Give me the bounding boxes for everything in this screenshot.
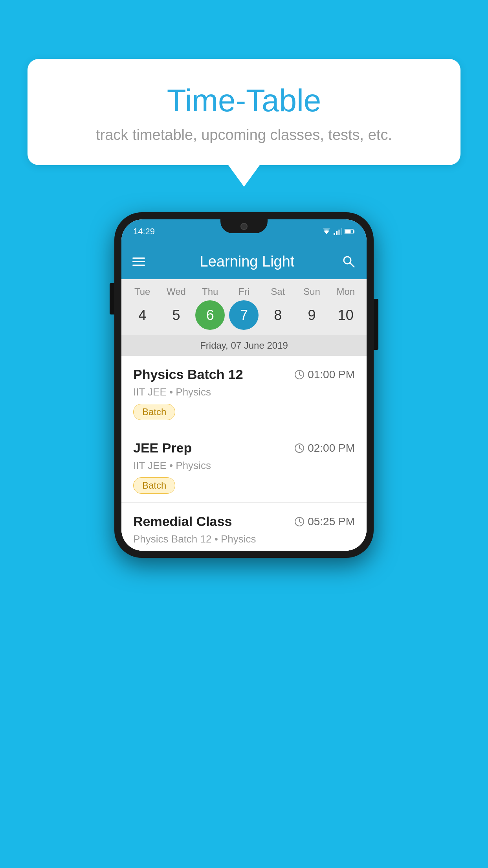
day-label-fri: Fri xyxy=(229,286,259,297)
status-bar: 14:29 xyxy=(121,219,367,244)
clock-icon-2 xyxy=(294,443,305,453)
svg-line-11 xyxy=(350,263,354,267)
schedule-item-1[interactable]: Physics Batch 12 01:00 PM IIT JEE • Phys… xyxy=(121,356,367,429)
phone-wrapper: 14:29 xyxy=(114,212,374,558)
signal-icon xyxy=(334,228,342,235)
schedule-item-3-time: 05:25 PM xyxy=(294,515,355,528)
schedule-item-1-tag: Batch xyxy=(133,404,175,420)
day-label-wed: Wed xyxy=(161,286,191,297)
schedule-item-2-tag: Batch xyxy=(133,477,175,494)
day-numbers-row: 4 5 6 7 8 9 10 xyxy=(121,300,367,330)
svg-rect-8 xyxy=(353,230,354,233)
app-bar: Learning Light xyxy=(121,244,367,279)
calendar-strip: Tue Wed Thu Fri Sat Sun Mon 4 5 6 7 8 9 … xyxy=(121,279,367,356)
schedule-item-2-meta: IIT JEE • Physics xyxy=(133,460,355,472)
day-label-mon: Mon xyxy=(331,286,360,297)
day-8[interactable]: 8 xyxy=(263,300,293,330)
front-camera xyxy=(240,223,248,230)
svg-line-14 xyxy=(299,375,301,376)
schedule-list: Physics Batch 12 01:00 PM IIT JEE • Phys… xyxy=(121,356,367,551)
day-5[interactable]: 5 xyxy=(161,300,191,330)
schedule-item-1-title: Physics Batch 12 xyxy=(133,367,243,382)
wifi-icon xyxy=(322,228,331,235)
app-bar-title: Learning Light xyxy=(153,253,341,270)
svg-rect-5 xyxy=(338,230,340,235)
hamburger-line-3 xyxy=(132,265,145,266)
svg-rect-4 xyxy=(336,231,338,235)
schedule-item-3-title: Remedial Class xyxy=(133,514,232,529)
hamburger-line-1 xyxy=(132,257,145,259)
schedule-item-2-time-text: 02:00 PM xyxy=(308,442,355,454)
svg-line-17 xyxy=(299,448,301,449)
clock-icon-1 xyxy=(294,370,305,380)
battery-icon xyxy=(345,229,355,234)
phone-screen: 14:29 xyxy=(121,219,367,551)
search-icon xyxy=(341,254,356,268)
day-label-sat: Sat xyxy=(263,286,293,297)
day-label-tue: Tue xyxy=(128,286,157,297)
hamburger-line-2 xyxy=(132,261,145,262)
speech-bubble-arrow xyxy=(228,165,260,187)
selected-date-label: Friday, 07 June 2019 xyxy=(121,335,367,356)
menu-button[interactable] xyxy=(132,257,145,266)
day-10[interactable]: 10 xyxy=(331,300,360,330)
day-9[interactable]: 9 xyxy=(297,300,327,330)
svg-rect-3 xyxy=(334,233,335,235)
schedule-item-2-header: JEE Prep 02:00 PM xyxy=(133,440,355,456)
day-labels-row: Tue Wed Thu Fri Sat Sun Mon xyxy=(121,286,367,297)
svg-line-20 xyxy=(299,522,301,523)
schedule-item-1-meta: IIT JEE • Physics xyxy=(133,386,355,398)
day-label-sun: Sun xyxy=(297,286,327,297)
schedule-item-2[interactable]: JEE Prep 02:00 PM IIT JEE • Physics Batc… xyxy=(121,429,367,503)
phone-notch xyxy=(220,219,268,233)
schedule-item-3-time-text: 05:25 PM xyxy=(308,515,355,528)
schedule-item-1-time: 01:00 PM xyxy=(294,368,355,381)
day-label-thu: Thu xyxy=(195,286,225,297)
speech-bubble: Time-Table track timetable, upcoming cla… xyxy=(28,59,460,165)
day-6-today[interactable]: 6 xyxy=(195,300,225,330)
day-4[interactable]: 4 xyxy=(128,300,157,330)
status-time: 14:29 xyxy=(133,226,155,237)
speech-bubble-container: Time-Table track timetable, upcoming cla… xyxy=(28,59,460,187)
phone-outer: 14:29 xyxy=(114,212,374,558)
search-button[interactable] xyxy=(341,254,356,268)
status-icons xyxy=(322,228,355,235)
schedule-item-1-time-text: 01:00 PM xyxy=(308,368,355,381)
schedule-item-3[interactable]: Remedial Class 05:25 PM Physics Batch 12… xyxy=(121,503,367,551)
svg-rect-6 xyxy=(341,228,342,235)
day-7-selected[interactable]: 7 xyxy=(229,300,259,330)
schedule-item-3-meta: Physics Batch 12 • Physics xyxy=(133,533,355,545)
schedule-item-3-header: Remedial Class 05:25 PM xyxy=(133,514,355,529)
schedule-item-2-title: JEE Prep xyxy=(133,440,192,456)
clock-icon-3 xyxy=(294,517,305,527)
svg-rect-9 xyxy=(345,230,351,234)
schedule-item-2-time: 02:00 PM xyxy=(294,442,355,454)
speech-bubble-title: Time-Table xyxy=(51,83,437,119)
schedule-item-1-header: Physics Batch 12 01:00 PM xyxy=(133,367,355,382)
speech-bubble-subtitle: track timetable, upcoming classes, tests… xyxy=(51,127,437,143)
